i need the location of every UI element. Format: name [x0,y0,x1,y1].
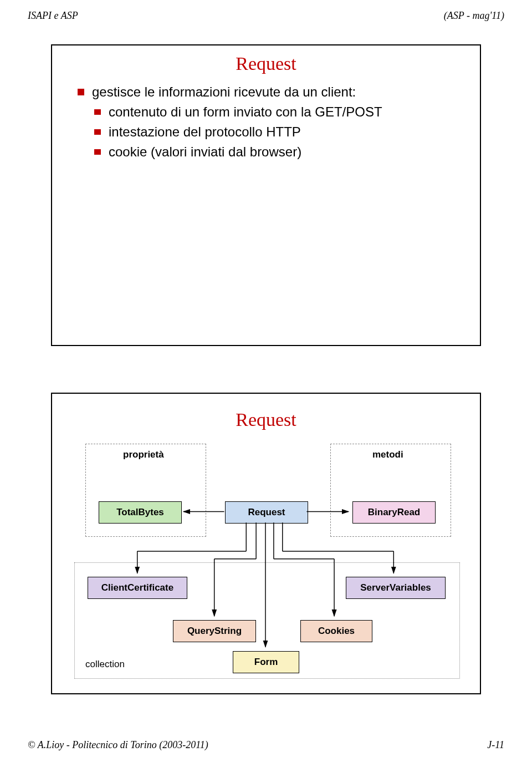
node-totalbytes: TotalBytes [99,501,182,524]
label-metodi: metodi [372,449,403,460]
node-querystring: QueryString [173,620,256,642]
bullet-icon [94,129,101,135]
slide1-title: Request [52,53,480,74]
footer-right: J-11 [487,739,504,751]
bullet-sub3: cookie (valori inviati dal browser) [94,144,480,160]
bullet-sub2-text: intestazione del protocollo HTTP [109,124,301,140]
header-right: (ASP - mag'11) [444,10,504,22]
node-form: Form [233,651,299,673]
slide1-bullets: gestisce le informazioni ricevute da un … [78,84,480,160]
bullet-main-text: gestisce le informazioni ricevute da un … [92,84,356,100]
bullet-icon [94,109,101,115]
slide2-title: Request [52,409,480,430]
node-request: Request [225,501,308,524]
bullet-icon [78,89,84,95]
bullet-sub2: intestazione del protocollo HTTP [94,124,480,140]
bullet-main: gestisce le informazioni ricevute da un … [78,84,480,100]
label-collection: collection [85,659,125,670]
label-proprieta: proprietà [123,449,164,460]
footer-left: © A.Lioy - Politecnico di Torino (2003-2… [28,739,208,751]
header-left: ISAPI e ASP [28,10,78,22]
bullet-sub1: contenuto di un form inviato con la GET/… [94,104,480,120]
slide-request-text: Request gestisce le informazioni ricevut… [51,44,481,346]
bullet-icon [94,149,101,155]
node-cookies: Cookies [300,620,372,642]
slide-request-diagram: Request proprietà metodi collection Tota… [51,393,481,694]
node-servervars: ServerVariables [346,577,446,599]
node-binaryread: BinaryRead [352,501,436,524]
node-clientcert: ClientCertificate [88,577,187,599]
bullet-sub1-text: contenuto di un form inviato con la GET/… [109,104,382,120]
bullet-sub3-text: cookie (valori inviati dal browser) [109,144,301,160]
